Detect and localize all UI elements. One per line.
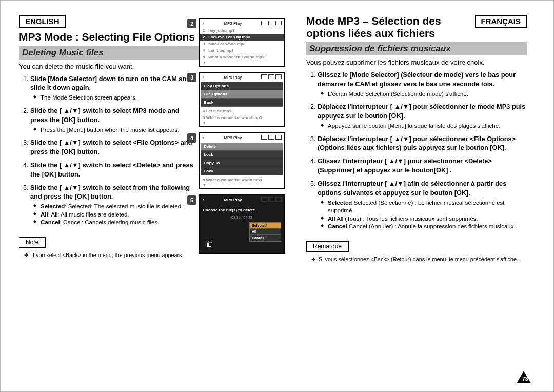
section-heading-en: Deleting Music files [19,46,199,60]
down-arrow-icon: ▼ [200,61,284,66]
note-text-en: If you select <Back> in the menu, the pr… [26,251,199,259]
step-item: Déplacez l'interrupteur [ ▲/▼] pour séle… [318,102,527,130]
step-item: Slide the [ ▲/▼] switch to select <File … [30,138,199,156]
page-title-en: MP3 Mode : Selecting File Options [19,31,199,43]
intro-fr: Vous pouvez supprimer les fichiers music… [306,58,527,66]
step-item: Slide the [ ▲/▼] switch to select from t… [30,183,199,227]
music-icon [202,135,206,140]
step-badge: 2 [187,19,196,28]
intro-en: You can delete the music file you want. [19,63,199,70]
status-icons [260,21,282,26]
note-label-en: Note [19,237,46,248]
french-column: FRANÇAIS Mode MP3 – Sélection des option… [306,15,527,263]
step-badge: 4 [187,133,196,143]
down-arrow-icon: ▼ [200,183,284,188]
status-icons [260,197,282,203]
note-text-fr: Si vous sélectionnez <Back> (Retour) dan… [313,256,527,263]
steps-list-en: Slide [Mode Selector] down to turn on th… [19,74,199,227]
screen-2: 2 MP3 Play 1 hey jude.mp3 2 I believe I … [199,18,306,67]
english-column: ENGLISH MP3 Mode : Selecting File Option… [19,15,199,263]
prompt-text: Choose the file(s) to delete [200,204,284,214]
step-item: Slide the [ ▲/▼] switch to select <Delet… [30,161,199,179]
note-label-fr: Remarque [306,241,349,252]
lang-label-en: ENGLISH [19,15,66,28]
music-icon [202,198,206,202]
status-icons [260,74,282,80]
screen-5: 5 MP3 Play Choose the file(s) to delete … [199,194,306,254]
section-heading-fr: Suppression de fichiers musicaux [306,42,527,55]
music-icon [202,21,206,26]
down-arrow-icon: ▼ [200,121,284,126]
trash-icon: 🗑 [206,240,213,248]
delete-popup: Selected All Cancel [249,222,281,242]
steps-list-fr: Glissez le [Mode Selector] (Sélecteur de… [306,70,527,231]
screenshots-column: 2 MP3 Play 1 hey jude.mp3 2 I believe I … [199,15,306,263]
manual-page: ENGLISH MP3 Mode : Selecting File Option… [0,0,554,392]
step-item: Déplacez l'interrupteur [ ▲/▼] pour séle… [318,134,527,153]
step-item: Slide the [ ▲/▼] switch to select MP3 mo… [30,106,199,134]
step-badge: 5 [187,195,196,205]
step-item: Glissez le [Mode Selector] (Sélecteur de… [318,70,527,98]
screen-3: 3 MP3 Play Play Options File Options Bac… [199,72,306,127]
step-item: Glissez l'interrupteur [ ▲/▼] pour sélec… [318,156,527,175]
lang-label-fr: FRANÇAIS [475,15,527,28]
page-number-text: 73 [522,376,528,382]
music-icon [202,75,206,80]
step-badge: 3 [187,73,196,82]
step-item: Glissez l'interrupteur [ ▲/▼] afin de sé… [318,179,527,231]
step-item: Slide [Mode Selector] down to turn on th… [30,74,199,102]
status-icons [260,135,282,141]
screen-4: 4 MP3 Play Delete Lock Copy To Back 5 Wh… [199,132,306,189]
time-display: 03:19 / 04:32 [200,214,284,221]
